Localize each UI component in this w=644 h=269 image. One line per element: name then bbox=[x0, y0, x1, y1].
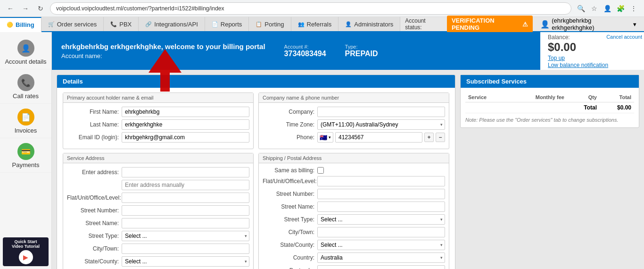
low-balance-link[interactable]: Low balance notification bbox=[548, 62, 636, 68]
porting-icon: 📋 bbox=[256, 21, 262, 27]
email-input[interactable] bbox=[122, 132, 249, 143]
account-number-area: Account #: 3734083494 bbox=[284, 44, 326, 58]
refresh-button[interactable]: ↻ bbox=[35, 3, 46, 14]
sidebar-item-account-details[interactable]: 👤 Account details bbox=[0, 36, 51, 69]
timezone-row: Time Zone: (GMT+11:00) Australia/Sydney … bbox=[263, 119, 445, 130]
tab-administrators[interactable]: 👤 Administrators bbox=[339, 17, 400, 31]
quick-start-video[interactable]: Quick StartVideo Tutorial ▶ bbox=[0, 235, 51, 269]
subscribed-services-title: Subscribed Services bbox=[461, 75, 639, 88]
street-type-select-service[interactable]: Select ... bbox=[122, 231, 249, 241]
invoices-icon: 📄 bbox=[17, 109, 34, 126]
remove-phone-button[interactable]: − bbox=[436, 133, 445, 142]
sidebar-item-invoices[interactable]: 📄 Invoices bbox=[0, 105, 51, 138]
sidebar: 👤 Account details 📞 Call rates 📄 Invoice… bbox=[0, 32, 52, 269]
flat-input-service[interactable] bbox=[122, 193, 249, 203]
city-row-shipping: City/Town: bbox=[263, 227, 445, 237]
col-total: Total bbox=[600, 92, 634, 102]
total-row: Total $0.00 bbox=[465, 102, 634, 113]
details-columns: Primary account holder name & email Firs… bbox=[63, 92, 449, 269]
country-select-shipping[interactable]: Australia bbox=[317, 252, 445, 263]
primary-holder-section: Primary account holder name & email Firs… bbox=[63, 92, 254, 149]
timezone-select[interactable]: (GMT+11:00) Australia/Sydney bbox=[317, 119, 445, 130]
same-as-billing-checkbox[interactable] bbox=[317, 167, 324, 174]
phone-number-input[interactable] bbox=[335, 132, 422, 143]
balance-links: Top up Low balance notification bbox=[548, 55, 636, 68]
details-body: Primary account holder name & email Firs… bbox=[57, 88, 455, 269]
first-name-row: First Name: bbox=[67, 107, 249, 117]
extensions-icon[interactable]: 🧩 bbox=[615, 3, 626, 14]
last-name-input[interactable] bbox=[122, 119, 249, 130]
flat-row-shipping: Flat/Unit/Office/Level: bbox=[263, 176, 445, 186]
same-as-billing-row: Same as billing: bbox=[263, 167, 445, 174]
city-input-shipping[interactable] bbox=[317, 227, 445, 237]
menu-icon[interactable]: ⋮ bbox=[628, 3, 639, 14]
state-select-wrapper-service: Select ... ▾ bbox=[122, 256, 249, 267]
street-name-input-service[interactable] bbox=[122, 218, 249, 228]
phone-flag-select[interactable]: 🇦🇺 ▾ bbox=[317, 132, 333, 143]
phone-row: Phone: 🇦🇺 ▾ + bbox=[263, 132, 445, 143]
country-select-wrapper-shipping: Australia ▾ bbox=[317, 252, 445, 263]
tab-reports[interactable]: 📄 Reports bbox=[205, 17, 249, 31]
tab-order-services[interactable]: 🛒 Order services bbox=[41, 17, 104, 31]
search-icon[interactable]: 🔍 bbox=[575, 3, 586, 14]
top-up-link[interactable]: Top up bbox=[548, 55, 636, 61]
add-phone-button[interactable]: + bbox=[424, 133, 434, 142]
postcode-row-shipping: Postcode: bbox=[263, 265, 445, 269]
tab-referrals[interactable]: 👥 Referrals bbox=[291, 17, 339, 31]
integrations-icon: 🔗 bbox=[145, 21, 152, 27]
left-column: Primary account holder name & email Firs… bbox=[63, 92, 254, 269]
forward-button[interactable]: → bbox=[20, 3, 31, 14]
street-type-select-shipping[interactable]: Select ... bbox=[317, 214, 445, 225]
phone-input-group: 🇦🇺 ▾ + − bbox=[317, 132, 445, 143]
details-section: Details Primary account holder name & em… bbox=[57, 75, 455, 269]
user-dropdown[interactable]: 👤 (ehrkgbehrkbg erkhgerkhghke) ▾ bbox=[537, 17, 639, 31]
tab-porting[interactable]: 📋 Porting bbox=[249, 17, 291, 31]
left-panel: Details Primary account holder name & em… bbox=[57, 75, 455, 264]
street-number-input-service[interactable] bbox=[122, 205, 249, 216]
sidebar-item-call-rates[interactable]: 📞 Call rates bbox=[0, 70, 51, 104]
banner-content: ehrkgbehrkbg erkhgerkhghke, welcome to y… bbox=[52, 32, 540, 70]
tab-integrations[interactable]: 🔗 Integrations/API bbox=[139, 17, 205, 31]
company-section: Company name & phone number Company: Tim… bbox=[258, 92, 449, 149]
cancel-account-link[interactable]: Cancel account bbox=[606, 34, 642, 40]
city-input-service[interactable] bbox=[122, 244, 249, 254]
street-type-row-service: Street Type: Select ... ▾ bbox=[67, 231, 249, 241]
company-input[interactable] bbox=[317, 107, 445, 117]
welcome-heading: ehrkgbehrkbg erkhgerkhghke, welcome to y… bbox=[61, 42, 265, 50]
tab-billing[interactable]: 🟡 Billing bbox=[0, 17, 41, 32]
enter-address-manually-input[interactable] bbox=[122, 180, 249, 190]
bookmark-icon[interactable]: ☆ bbox=[588, 3, 600, 14]
postcode-input-shipping[interactable] bbox=[317, 265, 445, 269]
play-icon: ▶ bbox=[23, 253, 28, 261]
subscribed-services-card: Subscribed Services Service Monthly fee … bbox=[460, 75, 639, 128]
state-row-shipping: State/County: Select ... ▾ bbox=[263, 240, 445, 250]
url-bar[interactable]: voipcloud.voipcloudtest.ml/customer/?par… bbox=[50, 2, 571, 15]
enter-address-row: Enter address: bbox=[67, 167, 249, 177]
email-row: Email ID (login): bbox=[67, 132, 249, 143]
first-name-input[interactable] bbox=[122, 107, 249, 117]
city-row-service: City/Town: bbox=[67, 244, 249, 254]
state-select-service[interactable]: Select ... bbox=[122, 256, 249, 267]
street-number-input-shipping[interactable] bbox=[317, 189, 445, 199]
right-panel: Subscribed Services Service Monthly fee … bbox=[460, 75, 639, 264]
order-icon: 🛒 bbox=[48, 21, 55, 27]
chevron-down-icon: ▾ bbox=[633, 21, 636, 28]
state-select-shipping[interactable]: Select ... bbox=[317, 240, 445, 250]
verification-badge: VERIFICATION PENDING ⚠ bbox=[447, 16, 533, 33]
administrators-icon: 👤 bbox=[345, 21, 352, 27]
right-column: Company name & phone number Company: Tim… bbox=[258, 92, 449, 269]
balance-panel: Cancel account Balance: $0.00 Top up Low… bbox=[540, 32, 644, 70]
tab-pbx[interactable]: 📞 PBX bbox=[104, 17, 139, 31]
street-name-input-shipping[interactable] bbox=[317, 202, 445, 212]
billing-icon: 🟡 bbox=[7, 22, 13, 28]
street-type-select-wrapper-service: Select ... ▾ bbox=[122, 231, 249, 241]
sidebar-item-payments[interactable]: 💳 Payments bbox=[0, 139, 51, 173]
state-select-wrapper-shipping: Select ... ▾ bbox=[317, 240, 445, 250]
back-button[interactable]: ← bbox=[5, 3, 16, 14]
profile-icon[interactable]: 👤 bbox=[602, 3, 613, 14]
street-name-row-service: Street Name: bbox=[67, 218, 249, 228]
street-type-select-wrapper-shipping: Select ... ▾ bbox=[317, 214, 445, 225]
header-wrapper: ehrkgbehrkbg erkhgerkhghke, welcome to y… bbox=[52, 32, 644, 70]
enter-address-input[interactable] bbox=[122, 167, 249, 177]
flat-input-shipping[interactable] bbox=[317, 176, 445, 186]
